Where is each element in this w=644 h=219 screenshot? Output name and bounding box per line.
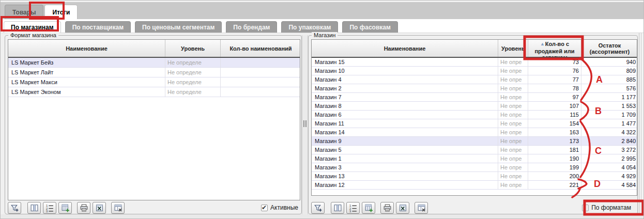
sub-tab[interactable]: По упаковкам [281, 21, 338, 33]
table-row[interactable]: LS Маркет Макси Не определе [8, 77, 300, 87]
right-edge-splitter[interactable] [639, 33, 644, 215]
table-row[interactable]: Магазин 3 Не опре 199 4 054 [312, 163, 637, 172]
column-header-qty-sorted[interactable]: ▲Кол-во с продажей или остатком [528, 40, 581, 57]
main-tab[interactable]: Итоги [44, 5, 78, 19]
formats-checkbox[interactable] [582, 205, 589, 211]
table-row[interactable]: Магазин 6 Не опре 115 1 709 [312, 111, 637, 119]
table-row[interactable]: Магазин 13 Не опре 200 4 929 [312, 172, 637, 181]
table-row[interactable]: Магазин 1 Не опре 190 2 995 [312, 154, 637, 163]
active-checkbox-row: Активные [261, 204, 298, 211]
table-row[interactable]: Магазин 15 Не опре 73 940 [312, 58, 637, 67]
table-row[interactable]: LS Маркет Эконом Не определе [8, 87, 300, 97]
active-checkbox-label: Активные [270, 204, 298, 211]
sub-tab[interactable]: По магазинам [4, 21, 61, 33]
svg-text:3: 3 [46, 210, 48, 212]
main-tab[interactable]: Товары [5, 5, 43, 19]
excel-export-icon [95, 204, 104, 212]
table-row[interactable]: Магазин 7 Не опре 97 1 177 [312, 93, 637, 102]
excel-export-button[interactable] [396, 202, 409, 214]
filter-add-button[interactable] [8, 202, 21, 214]
table-add-button[interactable] [58, 202, 72, 214]
store-format-table-header: Наименование Уровень Кол-во наименований [8, 40, 300, 58]
filter-add-icon [10, 204, 19, 212]
formats-checkbox-label: По форматам [591, 204, 631, 211]
table-add-icon [61, 204, 70, 212]
table-clear-button[interactable] [415, 202, 428, 214]
sub-tab[interactable]: По брендам [226, 21, 277, 33]
store-format-rows: LS Маркет Бейз Не определе LS Маркет Лай… [8, 58, 300, 97]
sub-tab[interactable]: По ценовым сегментам [135, 21, 222, 33]
vertical-splitter[interactable] [302, 35, 308, 214]
left-toolbar: 123 [8, 202, 125, 214]
row-numbers-button[interactable]: 123 [43, 202, 56, 214]
column-header-stock[interactable]: Остаток (ассортимент) [581, 40, 637, 57]
row-numbers-button[interactable]: 123 [346, 202, 360, 214]
main-tab-bar: ТоварыИтоги [1, 2, 643, 19]
table-row[interactable]: Магазин 11 Не опре 154 1 477 [312, 119, 637, 128]
table-row[interactable]: LS Маркет Лайт Не определе [8, 68, 300, 77]
print-icon [80, 204, 88, 212]
store-table: Наименование Уровень ▲Кол-во с продажей … [311, 39, 637, 196]
column-header-count[interactable]: Кол-во наименований [221, 40, 300, 57]
store-rows: Магазин 15 Не опре 73 940 Магазин 10 Не … [312, 58, 637, 190]
table-row[interactable]: Магазин 10 Не опре 76 809 [312, 67, 637, 75]
columns-button[interactable] [27, 202, 41, 214]
store-format-table: Наименование Уровень Кол-во наименований… [8, 39, 300, 200]
store-table-header: Наименование Уровень ▲Кол-во с продажей … [312, 40, 637, 58]
table-row[interactable]: Магазин 5 Не опре 181 3 272 [312, 146, 637, 154]
table-row[interactable]: LS Маркет Бейз Не определе [8, 58, 300, 68]
table-row[interactable]: Магазин 9 Не опре 173 2 840 [312, 137, 637, 146]
print-icon [383, 204, 392, 212]
print-button[interactable] [380, 202, 394, 214]
table-row[interactable]: Магазин 14 Не опре 163 4 322 [312, 128, 637, 137]
sub-tab-bar: По магазинамПо поставщикамПо ценовым сег… [1, 19, 643, 33]
store-panel-title: Магазин [312, 32, 338, 38]
splitter-grip-icon [303, 120, 306, 127]
column-header-level[interactable]: Уровень [498, 40, 528, 57]
active-checkbox[interactable] [261, 205, 268, 211]
right-toolbar: 123 [311, 202, 428, 214]
excel-export-icon [398, 204, 407, 212]
table-row[interactable]: Магазин 12 Не опре 221 4 584 [312, 181, 637, 190]
columns-icon [333, 204, 342, 212]
columns-icon [30, 204, 39, 212]
table-row[interactable]: Магазин 2 Не опре 78 576 [312, 84, 637, 93]
row-numbers-icon: 123 [349, 204, 358, 212]
excel-export-button[interactable] [93, 202, 106, 214]
store-format-panel: Формат магазина Наименование Уровень Кол… [5, 35, 302, 214]
column-header-level[interactable]: Уровень [165, 40, 221, 57]
table-row[interactable]: Магазин 4 Не опре 77 885 [312, 75, 637, 84]
column-header-name[interactable]: Наименование [8, 40, 165, 57]
row-numbers-icon: 123 [45, 204, 54, 212]
table-clear-icon [114, 204, 122, 212]
sub-tab[interactable]: По фасовкам [342, 21, 397, 33]
table-row[interactable]: Магазин 8 Не опре 107 1 553 [312, 102, 637, 111]
svg-text:3: 3 [349, 210, 351, 212]
table-add-icon [364, 204, 373, 212]
sub-tab[interactable]: По поставщикам [65, 21, 131, 33]
filter-add-button[interactable] [311, 202, 325, 214]
columns-button[interactable] [331, 202, 344, 214]
store-panel: Магазин Наименование Уровень ▲Кол-во с п… [308, 35, 638, 214]
filter-add-icon [314, 204, 323, 212]
table-clear-button[interactable] [111, 202, 125, 214]
app-window: ТоварыИтоги По магазинамПо поставщикамПо… [0, 0, 644, 219]
sort-ascending-icon: ▲ [540, 41, 545, 48]
formats-checkbox-row: По форматам [582, 204, 631, 211]
table-clear-icon [417, 204, 426, 212]
column-header-name[interactable]: Наименование [312, 40, 498, 57]
content-area: Формат магазина Наименование Уровень Кол… [1, 33, 643, 214]
store-format-panel-title: Формат магазина [8, 32, 58, 38]
print-button[interactable] [77, 202, 90, 214]
table-add-button[interactable] [362, 202, 375, 214]
